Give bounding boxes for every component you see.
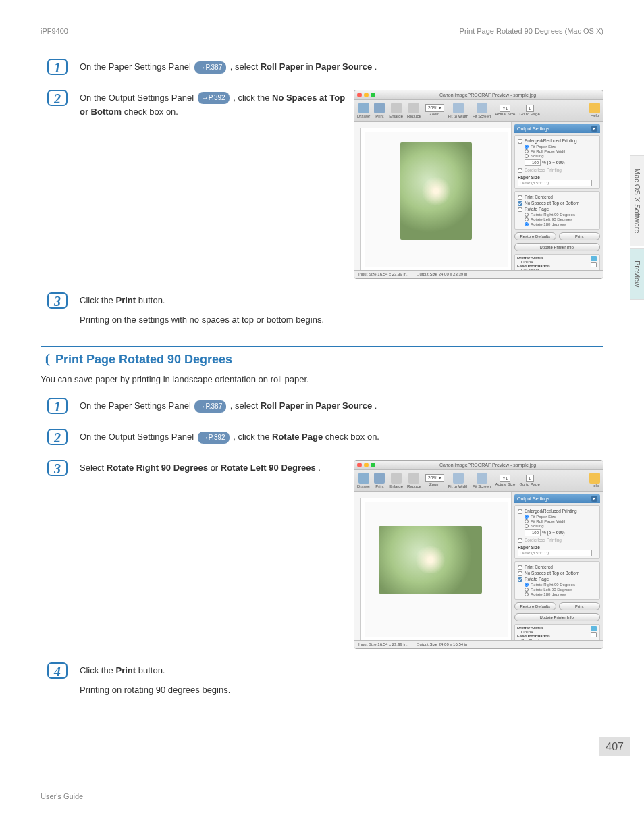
status-icons[interactable] [591,626,597,638]
preview-canvas[interactable] [354,122,512,270]
zoom-combo[interactable]: 20% ▾Zoom [425,104,444,116]
ruler-vertical [354,128,361,270]
section-desc: You can save paper by printing in landsc… [41,374,603,384]
print-button[interactable]: Print [374,473,385,488]
fit-width-button[interactable]: Fit to Width [448,103,468,118]
print-button[interactable]: Print [374,103,385,118]
zoom-combo[interactable]: 20% ▾Zoom [425,474,444,486]
enlarge-button[interactable]: Enlarge [389,473,403,488]
help-button[interactable]: Help [589,103,600,118]
update-printer-button[interactable]: Update Printer Info. [514,243,600,251]
paper-size-select[interactable]: Letter (8.5"x11") [518,180,592,186]
window-statusbar: Input Size 16.54 x 23.39 in. Output Size… [354,640,603,649]
ruler-horizontal [354,492,511,498]
printer-status: Printer Status Online Feed Information C… [514,254,600,270]
enlarged-reduced-checkbox[interactable]: Enlarged/Reduced Printing [518,138,597,144]
no-spaces-checkbox[interactable]: No Spaces at Top or Bottom [518,571,597,576]
no-spaces-checkbox[interactable]: No Spaces at Top or Bottom [518,201,597,206]
preview-window-2: Canon imagePROGRAF Preview - sample.jpg … [354,460,603,649]
help-button[interactable]: Help [589,473,600,488]
traffic-lights[interactable] [357,93,375,97]
side-tab-software: Mac OS X Software [630,155,644,246]
output-size: Output Size 24.00 x 16.54 in. [412,641,473,649]
fit-paper-size-radio[interactable]: Fit Paper Size [525,515,597,519]
sec2-step-2: 2 On the Output Settings Panel →P.392 , … [41,429,603,450]
printer-status: Printer Status Online Feed Information C… [514,624,600,640]
step-body: On the Output Settings Panel →P.392 , cl… [80,90,354,125]
fit-screen-button[interactable]: Fit Screen [473,473,491,488]
fit-roll-width-radio[interactable]: Fit Roll Paper Width [525,519,597,523]
page-number: 407 [599,737,630,756]
rotate-right-radio[interactable]: Rotate Right 90 Degrees [525,213,597,217]
panel-header[interactable]: Output Settings ▸ [514,124,600,133]
update-printer-button[interactable]: Update Printer Info. [514,613,600,621]
minimize-icon[interactable] [364,463,369,467]
step-num: 4 [47,662,68,679]
drawer-button[interactable]: Drawer [357,473,370,488]
fit-width-button[interactable]: Fit to Width [448,473,468,488]
step-body: On the Paper Settings Panel →P.387 , sel… [80,398,603,419]
rotate-page-checkbox[interactable]: Rotate Page [518,207,597,212]
borderless-checkbox[interactable]: Borderless Printing [518,167,597,173]
input-size: Input Size 16.54 x 23.39 in. [354,271,412,279]
rotate-180-radio[interactable]: Rotate 180 degrees [525,222,597,226]
step-num: 1 [47,59,68,75]
help-icon [589,473,600,484]
restore-defaults-button[interactable]: Restore Defaults [514,232,556,240]
rotate-180-radio[interactable]: Rotate 180 degrees [525,592,597,596]
close-icon[interactable] [357,93,362,97]
step-body: Select Rotate Right 90 Degrees or Rotate… [80,460,354,481]
scaling-radio[interactable]: Scaling [525,154,597,158]
actual-size-button[interactable]: ×1Actual Size [495,105,515,116]
rotate-page-checkbox[interactable]: Rotate Page [518,577,597,582]
scaling-radio[interactable]: Scaling [525,524,597,528]
zoom-icon[interactable] [371,463,375,467]
actual-size-button[interactable]: ×1Actual Size [495,475,515,486]
preview-image-rotated [379,526,482,594]
close-icon[interactable] [357,463,362,467]
print-button[interactable]: Print [559,232,601,240]
disclosure-icon[interactable]: ▸ [591,496,597,502]
enlarge-button[interactable]: Enlarge [389,103,403,118]
minimize-icon[interactable] [364,93,369,97]
print-centered-checkbox[interactable]: Print Centered [518,194,597,200]
step-1: 1 On the Paper Settings Panel →P.387 , s… [41,59,603,80]
page-ref[interactable]: →P.387 [194,400,226,413]
preview-canvas[interactable] [354,492,512,640]
restore-defaults-button[interactable]: Restore Defaults [514,602,556,610]
scaling-input[interactable]: 100 [525,159,541,166]
scaling-input[interactable]: 100 [525,529,541,536]
fit-paper-size-radio[interactable]: Fit Paper Size [525,145,597,149]
rotate-left-radio[interactable]: Rotate Left 90 Degrees [525,217,597,221]
zoom-icon[interactable] [371,93,375,97]
status-icons[interactable] [591,256,597,268]
side-tabs: Mac OS X Software Preview [630,155,644,301]
window-toolbar: Drawer Print Enlarge Reduce 20% ▾Zoom Fi… [354,470,603,492]
paper-size-select[interactable]: Letter (8.5"x11") [518,550,592,556]
window-statusbar: Input Size 16.54 x 23.39 in. Output Size… [354,270,603,279]
step-body: Click the Print button. Printing on the … [80,292,603,333]
reduce-button[interactable]: Reduce [407,473,421,488]
bracket-icon: ⦗ [43,351,51,367]
page-footer: User's Guide [41,789,603,800]
rotate-right-radio[interactable]: Rotate Right 90 Degrees [525,583,597,587]
goto-page[interactable]: 1Go to Page [519,105,539,116]
page-ref[interactable]: →P.392 [198,92,230,104]
goto-page[interactable]: 1Go to Page [519,475,539,486]
borderless-checkbox[interactable]: Borderless Printing [518,538,597,543]
print-centered-checkbox[interactable]: Print Centered [518,565,597,570]
drawer-button[interactable]: Drawer [357,103,370,118]
page-ref[interactable]: →P.392 [198,432,230,444]
header-right: Print Page Rotated 90 Degrees (Mac OS X) [460,27,603,35]
print-button[interactable]: Print [559,602,601,610]
panel-header[interactable]: Output Settings ▸ [514,494,600,503]
rotate-left-radio[interactable]: Rotate Left 90 Degrees [525,588,597,592]
fit-screen-button[interactable]: Fit Screen [473,103,491,118]
fit-roll-width-radio[interactable]: Fit Roll Paper Width [525,149,597,153]
enlarged-reduced-checkbox[interactable]: Enlarged/Reduced Printing [518,509,597,514]
disclosure-icon[interactable]: ▸ [591,126,597,132]
reduce-button[interactable]: Reduce [407,103,421,118]
page-ref[interactable]: →P.387 [194,61,226,74]
step-num: 2 [47,429,68,445]
traffic-lights[interactable] [357,463,375,467]
